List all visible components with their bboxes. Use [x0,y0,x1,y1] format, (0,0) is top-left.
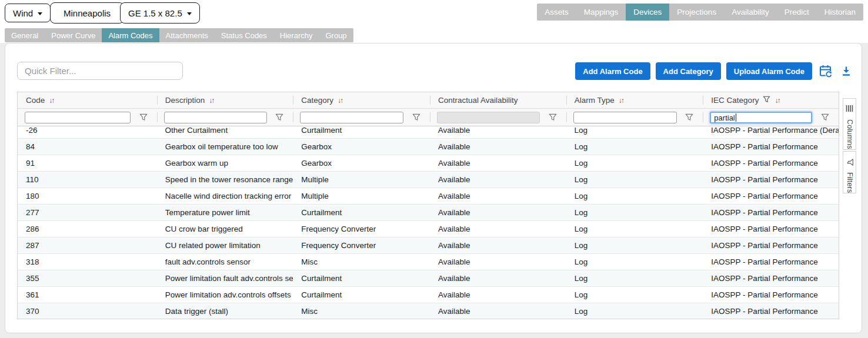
cell-iec-category: IAOSPP - Partial Performance (Derated [703,126,839,138]
side-panel-tab-label: Columns [846,119,854,149]
cell-category: Frequency Converter [293,237,430,253]
filter-input-category[interactable] [300,112,403,123]
cell-description: Power limitation adv.controls offsets [157,287,293,303]
alarm-codes-grid: Code↓↑Description↓↑Category↓↑Contractual… [17,92,839,319]
filter-cell-alarm-type [566,109,703,126]
nav-item-historian[interactable]: Historian [817,4,863,21]
tab-status-codes[interactable]: Status Codes [215,28,273,42]
column-label: Description [165,96,205,105]
filter-cell-contractual-availability [430,109,566,126]
grid-filter-row: partial [18,109,839,126]
tab-hierarchy[interactable]: Hierarchy [273,28,319,42]
cell-code: 287 [18,237,157,253]
device-model-dropdown[interactable]: GE 1.5 x 82.5 [120,2,200,24]
cell-contractual-availability: Available [430,205,566,220]
grid-side-panel: ColumnsFilters [843,98,856,195]
sort-icons[interactable]: ↓↑ [49,96,54,105]
table-row[interactable]: 110Speed in the tower resonance rangeMul… [18,172,839,188]
side-panel-tab-filters[interactable]: Filters [843,151,856,193]
cell-description: fault adv.controls sensor [157,254,293,270]
column-label: Contractual Availability [438,96,518,105]
cell-iec-category: IAOSPP - Partial Performance [703,205,839,220]
nav-item-mappings[interactable]: Mappings [576,4,626,21]
grid-header-row: Code↓↑Description↓↑Category↓↑Contractual… [18,92,839,109]
cell-contractual-availability: Available [430,139,566,155]
column-header-code[interactable]: Code↓↑ [18,92,157,108]
upload-alarm-code-button[interactable]: Upload Alarm Code [726,62,812,80]
tab-alarm-codes[interactable]: Alarm Codes [102,28,159,42]
table-row[interactable]: 91Gearbox warm upGearboxAvailableLogIAOS… [18,155,839,172]
cell-alarm-type: Log [566,303,703,319]
tab-general[interactable]: General [5,28,45,42]
filter-menu-icon[interactable] [275,113,283,123]
column-header-alarm-type[interactable]: Alarm Type↓↑ [566,92,703,108]
cell-category: Curtailment [293,287,430,303]
table-row[interactable]: 84Gearbox oil temperature too lowGearbox… [18,139,839,155]
add-alarm-code-button[interactable]: Add Alarm Code [575,62,650,80]
sort-icons[interactable]: ↓↑ [774,96,779,105]
side-panel-tab-columns[interactable]: Columns [843,98,856,150]
column-header-category[interactable]: Category↓↑ [293,92,430,108]
site-selector[interactable]: Minneapolis [50,2,124,24]
tab-power-curve[interactable]: Power Curve [45,28,102,42]
cell-category: Curtailment [293,270,430,286]
filter-input-code[interactable] [25,112,131,123]
filter-input-contractual-availability [437,112,540,123]
sort-icons[interactable]: ↓↑ [209,96,213,105]
table-row[interactable]: 180Nacelle wind direction tracking error… [18,188,839,205]
cell-iec-category: IAOSPP - Partial Performance [703,155,839,171]
calendar-refresh-icon[interactable] [817,64,834,78]
filter-menu-icon[interactable] [139,113,148,123]
cell-code: 370 [18,303,157,319]
column-header-iec-category[interactable]: IEC Category↓↑ [703,92,839,108]
cell-code: 286 [18,221,157,237]
table-row[interactable]: 287CU related power limitationFrequency … [18,237,839,254]
filter-input-iec-category[interactable]: partial [710,112,812,123]
cell-iec-category: IAOSPP - Partial Performance [703,188,839,204]
cell-description: Power limitation fault adv.controls sens [157,270,293,286]
nav-item-projections[interactable]: Projections [669,4,724,21]
cell-description: Temperature power limit [157,205,293,220]
sort-icons[interactable]: ↓↑ [619,96,623,105]
column-header-contractual-availability[interactable]: Contractual Availability [430,92,566,108]
table-row[interactable]: 361Power limitation adv.controls offsets… [18,287,839,303]
table-row[interactable]: 286CU crow bar triggeredFrequency Conver… [18,221,839,237]
filter-input-alarm-type[interactable] [573,112,677,123]
tab-attachments[interactable]: Attachments [159,28,215,42]
side-panel-tab-label: Filters [846,172,854,193]
filter-menu-icon[interactable] [685,113,693,123]
filter-menu-icon[interactable] [549,113,557,123]
chevron-down-icon [38,12,42,15]
column-header-description[interactable]: Description↓↑ [157,92,293,108]
table-row[interactable]: 318fault adv.controls sensorMiscAvailabl… [18,254,839,270]
cell-iec-category: IAOSPP - Partial Performance [703,303,839,319]
add-category-button[interactable]: Add Category [656,62,721,80]
asset-type-dropdown[interactable]: Wind [5,4,51,22]
cell-category: Gearbox [293,139,430,155]
cell-iec-category: IAOSPP - Partial Performance [703,287,839,303]
filter-menu-icon[interactable] [821,113,829,123]
cell-description: CU related power limitation [157,237,293,253]
table-row[interactable]: -26Other CurtailmentCurtailmentAvailable… [18,126,839,139]
cell-iec-category: IAOSPP - Partial Performance [703,172,839,188]
grid-viewport[interactable]: -26Other CurtailmentCurtailmentAvailable… [18,126,839,319]
filter-input-description[interactable] [164,112,267,123]
tab-group[interactable]: Group [319,28,353,42]
sort-icons[interactable]: ↓↑ [338,96,342,105]
nav-item-devices[interactable]: Devices [626,4,669,21]
nav-item-availability[interactable]: Availability [724,4,777,21]
column-label: Code [26,96,45,105]
filter-menu-icon[interactable] [412,113,420,123]
cell-code: 84 [18,139,157,155]
column-label: Alarm Type [575,96,615,105]
cell-code: 318 [18,254,157,270]
nav-item-assets[interactable]: Assets [537,4,576,21]
table-row[interactable]: 370Data trigger (stall)MiscAvailableLogI… [18,303,839,319]
cell-contractual-availability: Available [430,303,566,319]
download-icon[interactable] [839,65,853,77]
table-row[interactable]: 277Temperature power limitCurtailmentAva… [18,205,839,221]
columns-icon [846,104,853,115]
table-row[interactable]: 355Power limitation fault adv.controls s… [18,270,839,287]
nav-item-predict[interactable]: Predict [777,4,817,21]
quick-filter-input[interactable] [17,62,183,80]
